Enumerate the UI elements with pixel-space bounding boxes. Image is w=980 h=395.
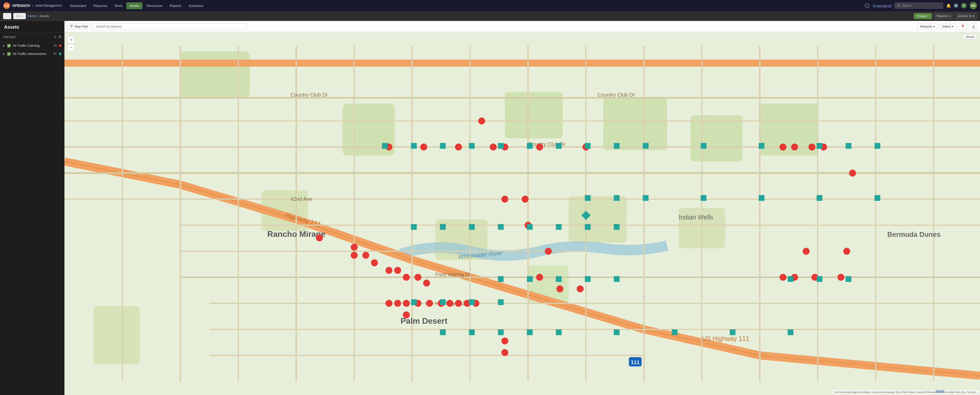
map-filter-label: Map Filter [75, 25, 88, 29]
print-button[interactable]: 🖨 [969, 23, 977, 30]
layer-name-calming: All Traffic Calming [13, 44, 51, 48]
map-filter-button[interactable]: Map Filter [67, 24, 91, 30]
reports-dropdown-icon: ▾ [948, 14, 950, 18]
global-search[interactable] [894, 3, 943, 9]
map-search-input[interactable] [93, 23, 247, 30]
add-layer-button[interactable]: + [54, 35, 57, 39]
svg-rect-11 [603, 98, 667, 150]
nav-item-work[interactable]: Work [111, 2, 125, 9]
svg-rect-120 [816, 143, 822, 149]
svg-rect-150 [440, 329, 446, 335]
svg-rect-153 [527, 329, 533, 335]
svg-point-105 [423, 279, 430, 286]
breadcrumb: Home > Assets [28, 14, 49, 18]
user-avatar[interactable]: MG [970, 2, 977, 9]
svg-rect-152 [498, 329, 504, 335]
svg-rect-155 [614, 329, 620, 335]
svg-point-89 [426, 300, 433, 307]
subnav-actions: Create + Reports ▾ Actions ⚙ ▾ [914, 13, 977, 19]
settings-icon[interactable]: ⚙️ [954, 3, 959, 8]
map-attribution: Esri Community Maps Contributors, Loma L… [833, 390, 979, 394]
svg-rect-157 [730, 329, 735, 335]
actions-button[interactable]: Actions ⚙ ▾ [955, 13, 977, 19]
zoom-out-button[interactable]: − [67, 44, 75, 51]
svg-rect-5 [70, 26, 72, 27]
svg-point-98 [351, 252, 358, 259]
select-dropdown-icon: ▾ [952, 25, 953, 29]
bell-icon[interactable]: 🔔 [946, 3, 951, 8]
layer-expand-toggle[interactable]: ▶ [3, 44, 5, 47]
svg-rect-14 [568, 196, 627, 243]
layer-expand-toggle-intersections[interactable]: ▶ [3, 52, 5, 55]
reports-button[interactable]: Reports ▾ [934, 13, 953, 19]
add-layer-label: Add layer [3, 35, 16, 39]
svg-point-102 [394, 267, 401, 274]
layer-visibility-checkbox-intersections[interactable] [7, 52, 11, 56]
svg-rect-119 [759, 143, 764, 149]
svg-point-71 [501, 196, 508, 203]
nav-item-dashboard[interactable]: Dashboard [67, 2, 89, 9]
toggle-layers-button[interactable]: ⊞ [59, 35, 61, 39]
esri-logo: esri [936, 389, 944, 394]
svg-text:Bermuda Dunes: Bermuda Dunes [887, 230, 940, 238]
svg-text:111: 111 [631, 360, 640, 365]
svg-point-77 [577, 286, 584, 292]
svg-rect-141 [585, 276, 591, 282]
breadcrumb-separator: > [37, 14, 39, 18]
app-logo[interactable]: OG OPENGOV | Asset Management [3, 2, 62, 9]
app-product-name: Asset Management [35, 4, 62, 7]
nav-item-assets[interactable]: Assets [126, 2, 142, 9]
measure-button[interactable]: Measure ▾ [917, 24, 937, 30]
svg-rect-12 [690, 115, 742, 162]
svg-point-60 [420, 144, 427, 151]
svg-rect-126 [701, 195, 706, 201]
nav-item-reports[interactable]: Reports [167, 2, 185, 9]
svg-rect-127 [759, 195, 764, 201]
svg-point-104 [415, 274, 422, 281]
svg-point-67 [791, 144, 798, 151]
zoom-in-button[interactable]: + [67, 36, 75, 43]
global-search-input[interactable] [902, 4, 940, 7]
svg-rect-4 [70, 25, 73, 25]
refresh-icon: ↺ [6, 14, 8, 18]
svg-rect-136 [585, 224, 591, 230]
back-button[interactable]: Back [13, 13, 26, 19]
location-button[interactable]: 📍 [958, 23, 967, 30]
svg-point-99 [363, 252, 369, 259]
measure-label: Measure [920, 25, 932, 29]
try-new-ui-link[interactable]: Try the new UI! [873, 4, 891, 7]
select-button[interactable]: Select ▾ [940, 24, 956, 30]
svg-rect-158 [788, 329, 794, 335]
info-icon[interactable]: i [865, 3, 870, 8]
svg-point-92 [455, 300, 462, 307]
svg-point-86 [394, 300, 401, 307]
top-navigation: OG OPENGOV | Asset Management Dashboard … [0, 0, 980, 11]
layers-sidebar: Assets Add layer + ⊞ ▶ All Traffic Calmi… [0, 21, 64, 395]
layer-item-traffic-intersections[interactable]: ▶ All Traffic Intersections 97 [0, 49, 64, 58]
layer-item-traffic-calming[interactable]: ▶ All Traffic Calming 74 [0, 41, 64, 49]
svg-rect-140 [556, 276, 562, 282]
svg-rect-6 [71, 27, 72, 28]
nav-item-scenarios[interactable]: Scenarios [185, 2, 206, 9]
sub-navigation: ↺ Back Home > Assets Create + Reports ▾ … [0, 11, 980, 21]
svg-rect-117 [643, 143, 649, 149]
nav-item-resources[interactable]: Resources [143, 2, 165, 9]
refresh-button[interactable]: ↺ [3, 13, 11, 19]
svg-rect-137 [614, 224, 620, 230]
select-label: Select [942, 25, 951, 29]
layer-color-dot-intersections [59, 52, 61, 55]
svg-rect-151 [469, 329, 475, 335]
breadcrumb-home[interactable]: Home [28, 14, 36, 18]
svg-rect-146 [411, 299, 417, 305]
user-count-badge: 17 [961, 3, 967, 8]
map-layer-type-label[interactable]: Streets [963, 34, 977, 39]
svg-rect-110 [440, 143, 446, 149]
layer-visibility-checkbox-calming[interactable] [7, 44, 11, 48]
map-svg: Whitewater River Highway 111 US Highway … [64, 32, 980, 395]
nav-item-requests[interactable]: Requests [90, 2, 110, 9]
map-container: Map Filter Measure ▾ Select ▾ 📍 🖨 + − [64, 21, 980, 395]
svg-point-68 [808, 144, 815, 151]
svg-point-74 [545, 248, 552, 255]
create-button[interactable]: Create + [914, 13, 932, 19]
map-base[interactable]: Streets Whitewater Riv [64, 32, 980, 395]
